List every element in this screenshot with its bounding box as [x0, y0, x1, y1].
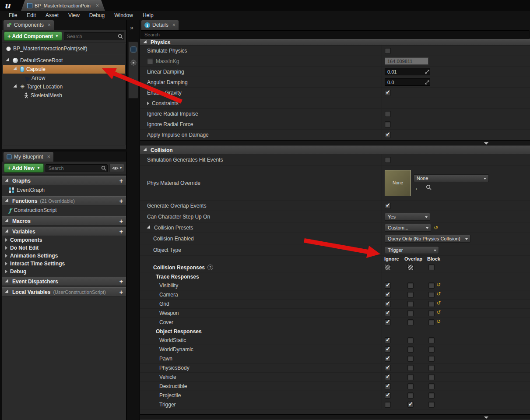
tab-details[interactable]: i Details ×	[141, 20, 179, 30]
reset-to-default-icon[interactable]: ↺	[436, 282, 441, 287]
can-character-step-up-on-dropdown[interactable]: Yes	[385, 213, 430, 221]
list-item-eventgraph[interactable]: EventGraph	[2, 185, 126, 195]
ignore-radial-force-checkbox[interactable]	[385, 121, 391, 127]
physicsbody-overlap-checkbox[interactable]	[407, 365, 414, 371]
collapsed-arrow-icon[interactable]	[5, 262, 7, 265]
all-overlap-checkbox[interactable]	[407, 264, 414, 270]
destructible-overlap-checkbox[interactable]	[407, 383, 414, 389]
tree-item-defaultsceneroot[interactable]: DefaultSceneRoot	[3, 56, 125, 65]
construction-script-tab-icon[interactable]	[130, 60, 137, 66]
worlddynamic-block-checkbox[interactable]	[428, 346, 435, 353]
ignore-radial-impulse-checkbox[interactable]	[385, 111, 391, 117]
apply-impulse-on-damage-checkbox[interactable]	[385, 132, 391, 138]
worldstatic-ignore-checkbox[interactable]	[385, 337, 391, 343]
grid-overlap-checkbox[interactable]	[407, 301, 414, 307]
vehicle-block-checkbox[interactable]	[428, 374, 435, 380]
help-icon[interactable]: ?	[207, 265, 213, 270]
enable-gravity-checkbox[interactable]	[385, 90, 391, 96]
use-selected-asset-icon[interactable]: ←	[414, 185, 421, 191]
my-blueprint-search-input[interactable]	[46, 164, 108, 172]
tab-components[interactable]: Components ×	[4, 20, 54, 30]
destructible-block-checkbox[interactable]	[428, 383, 435, 389]
trigger-block-checkbox[interactable]	[428, 402, 435, 408]
massinkg-override-checkbox[interactable]	[147, 58, 153, 64]
collapsed-arrow-icon[interactable]	[5, 246, 7, 250]
reset-to-default-icon[interactable]: ↺	[436, 319, 441, 324]
destructible-ignore-checkbox[interactable]	[385, 383, 391, 389]
visibility-overlap-checkbox[interactable]	[407, 282, 414, 289]
add-new-button[interactable]: + Add New ▼	[4, 163, 44, 173]
projectile-overlap-checkbox[interactable]	[407, 392, 414, 399]
collision-section-header[interactable]: Collision	[140, 146, 530, 154]
variable-category-components[interactable]: Components	[2, 236, 126, 244]
variable-category-debug[interactable]: Debug	[2, 268, 126, 275]
reset-to-default-icon[interactable]: ↺	[436, 310, 441, 315]
projectile-ignore-checkbox[interactable]	[385, 392, 391, 399]
pawn-ignore-checkbox[interactable]	[385, 356, 391, 362]
tree-item-skeletalmesh[interactable]: SkeletalMesh	[3, 91, 125, 100]
vehicle-overlap-checkbox[interactable]	[407, 374, 414, 380]
visibility-filter-button[interactable]: ▾	[109, 164, 124, 172]
camera-overlap-checkbox[interactable]	[407, 292, 414, 298]
add-event-dispatcher-button[interactable]: +	[119, 279, 123, 285]
section-event-dispatchers[interactable]: Event Dispatchers +	[2, 277, 126, 286]
asset-tab-close-icon[interactable]: ×	[96, 3, 99, 9]
physics-section-header[interactable]: Physics	[140, 39, 530, 46]
tree-item-arrow[interactable]: Arrow	[3, 74, 125, 82]
section-variables[interactable]: Variables +	[2, 227, 126, 236]
add-local-variable-button[interactable]: +	[119, 289, 123, 295]
menu-asset[interactable]: Asset	[41, 12, 63, 18]
add-graph-button[interactable]: +	[119, 178, 123, 184]
grid-ignore-checkbox[interactable]	[385, 301, 391, 307]
menu-edit[interactable]: Edit	[22, 12, 41, 18]
pawn-overlap-checkbox[interactable]	[407, 356, 414, 362]
value-drag-icon[interactable]	[425, 80, 429, 86]
reset-to-default-icon[interactable]: ↺	[436, 291, 441, 296]
worldstatic-overlap-checkbox[interactable]	[407, 337, 414, 343]
add-macro-button[interactable]: +	[119, 218, 123, 224]
camera-block-checkbox[interactable]	[428, 292, 435, 298]
section-functions[interactable]: Functions (21 Overridable) +	[2, 196, 126, 205]
section-macros[interactable]: Macros +	[2, 216, 126, 226]
tree-item-self[interactable]: BP_MasterInteractionPoint(self)	[3, 44, 125, 53]
menu-window[interactable]: Window	[109, 12, 138, 18]
menu-file[interactable]: File	[4, 12, 22, 18]
components-tab-close-icon[interactable]: ×	[48, 22, 51, 28]
advanced-expander[interactable]	[140, 414, 530, 420]
details-tab-close-icon[interactable]: ×	[172, 22, 175, 28]
angular-damping-input[interactable]	[385, 78, 430, 86]
variable-category-interact-time-settings[interactable]: Interact Time Settings	[2, 260, 126, 268]
menu-help[interactable]: Help	[138, 12, 158, 18]
collapsed-arrow-icon[interactable]	[5, 238, 7, 242]
camera-ignore-checkbox[interactable]	[385, 292, 391, 298]
worlddynamic-ignore-checkbox[interactable]	[385, 346, 391, 353]
simulate-physics-checkbox[interactable]	[385, 48, 391, 54]
reset-to-default-icon[interactable]: ↺	[434, 225, 438, 230]
menu-debug[interactable]: Debug	[84, 12, 109, 18]
grid-block-checkbox[interactable]	[428, 301, 435, 307]
cover-block-checkbox[interactable]	[428, 319, 435, 325]
all-ignore-checkbox[interactable]	[385, 264, 391, 270]
vehicle-ignore-checkbox[interactable]	[385, 374, 391, 380]
section-graphs[interactable]: Graphs +	[2, 176, 126, 185]
tree-item-target-location[interactable]: ✳ Target Location	[3, 82, 125, 91]
generate-overlap-events-checkbox[interactable]	[385, 203, 391, 209]
add-variable-button[interactable]: +	[119, 229, 123, 235]
worldstatic-block-checkbox[interactable]	[428, 337, 435, 343]
tab-my-blueprint[interactable]: My Blueprint ×	[4, 152, 53, 162]
all-block-checkbox[interactable]	[428, 264, 435, 270]
phys-material-dropdown[interactable]: None	[414, 174, 489, 182]
section-local-variables[interactable]: Local Variables (UserConstructionScript)…	[2, 287, 126, 296]
pawn-block-checkbox[interactable]	[428, 356, 435, 362]
tree-item-capsule[interactable]: Capsule	[3, 65, 125, 74]
expand-arrow-icon[interactable]	[6, 58, 11, 63]
linear-damping-input[interactable]	[385, 68, 430, 75]
add-function-button[interactable]: +	[119, 198, 123, 204]
my-blueprint-tab-close-icon[interactable]: ×	[47, 154, 50, 160]
phys-material-thumbnail[interactable]: None	[385, 170, 411, 196]
variable-category-do-not-edit[interactable]: Do Not Edit	[2, 244, 126, 252]
simulation-generates-hit-events-checkbox[interactable]	[385, 157, 391, 163]
value-drag-icon[interactable]	[425, 69, 429, 75]
browse-to-asset-icon[interactable]	[426, 184, 432, 191]
list-item-constructionscript[interactable]: ƒ ConstructionScript	[2, 205, 126, 215]
